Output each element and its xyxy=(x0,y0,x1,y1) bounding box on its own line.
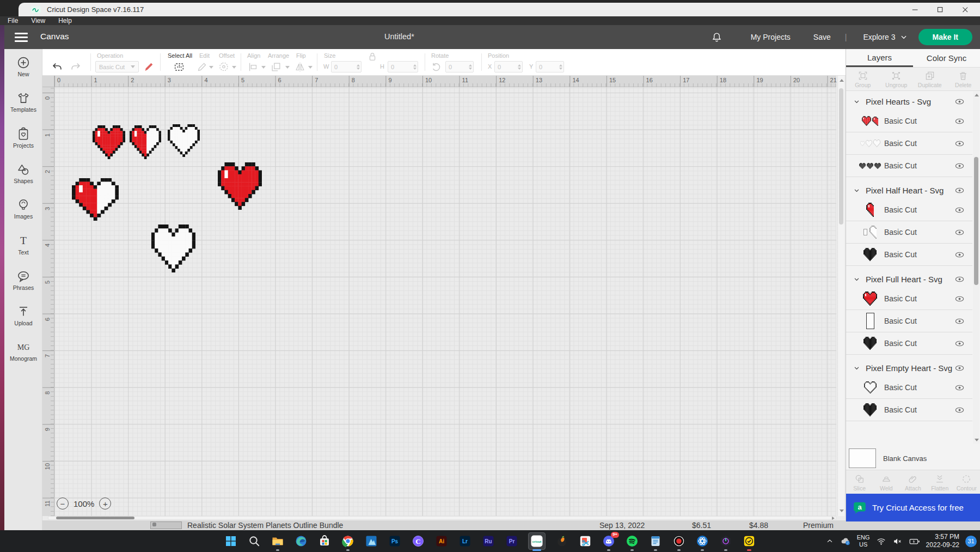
affinity-designer-icon[interactable] xyxy=(364,534,378,548)
height-stepper[interactable] xyxy=(413,64,416,70)
canvas-vertical-scrollbar[interactable] xyxy=(837,75,844,516)
layer-visibility-icon[interactable] xyxy=(954,294,965,304)
notifications-bell-icon[interactable] xyxy=(711,32,722,43)
chrome-icon[interactable] xyxy=(341,534,355,548)
y-stepper[interactable] xyxy=(559,64,562,70)
sidebar-item-upload[interactable]: Upload xyxy=(4,305,42,326)
make-it-button[interactable]: Make It xyxy=(918,29,972,45)
layer-row[interactable]: Basic Cut xyxy=(846,399,972,421)
layer-row[interactable]: Basic Cut xyxy=(846,110,972,132)
layer-row[interactable]: Basic Cut xyxy=(846,377,972,399)
tray-overflow-icon[interactable] xyxy=(825,537,834,545)
sidebar-item-projects[interactable]: Projects xyxy=(4,127,42,149)
wifi-icon[interactable] xyxy=(876,536,886,547)
premiere-pro-icon[interactable]: Pr xyxy=(505,534,519,548)
operation-dropdown[interactable]: Basic Cut xyxy=(95,61,139,72)
cricut-access-banner[interactable]: a Try Cricut Access for free xyxy=(846,494,980,521)
color-swatch-pencil-icon[interactable] xyxy=(143,61,155,73)
v-scroll-thumb[interactable] xyxy=(839,88,843,225)
layer-group-header[interactable]: Pixel Full Heart - Svg xyxy=(846,271,972,288)
science-app-icon[interactable] xyxy=(695,534,709,548)
volume-muted-icon[interactable] xyxy=(892,536,903,547)
sidebar-item-new[interactable]: New xyxy=(4,56,42,77)
layer-row[interactable]: Basic Cut xyxy=(846,244,972,266)
fl-studio-icon[interactable] xyxy=(555,534,569,548)
panel-scrollbar[interactable] xyxy=(973,92,979,444)
blank-canvas-row[interactable]: Blank Canvas xyxy=(846,447,980,470)
save-link[interactable]: Save xyxy=(813,33,831,41)
photoshop-icon[interactable]: Ps xyxy=(388,534,402,548)
close-button[interactable] xyxy=(953,3,978,16)
flatten-button[interactable]: Flatten xyxy=(927,470,953,494)
sidebar-item-shapes[interactable]: Shapes xyxy=(4,162,42,184)
chevron-down-icon[interactable] xyxy=(853,98,861,106)
sidebar-item-text[interactable]: TText xyxy=(4,234,42,256)
layer-visibility-icon[interactable] xyxy=(954,338,965,349)
layer-visibility-icon[interactable] xyxy=(954,185,965,196)
spotify-icon[interactable] xyxy=(625,534,639,548)
canvas-grid[interactable] xyxy=(54,87,836,516)
undo-button[interactable] xyxy=(51,61,63,73)
slice-button[interactable]: Slice xyxy=(846,470,873,494)
machine-selector[interactable]: Explore 3 xyxy=(863,33,895,41)
ungroup-button[interactable]: Ungroup xyxy=(880,68,914,90)
illustrator-icon[interactable]: Ai xyxy=(434,534,449,548)
chevron-down-icon[interactable] xyxy=(853,364,861,372)
video-editor-icon[interactable] xyxy=(578,534,592,548)
sidebar-item-phrases[interactable]: Phrases xyxy=(4,269,42,291)
menu-help[interactable]: Help xyxy=(58,17,72,25)
minimize-button[interactable] xyxy=(903,3,928,16)
layer-visibility-icon[interactable] xyxy=(954,161,965,171)
layer-group-header[interactable]: Pixel Half Heart - Svg xyxy=(846,182,972,199)
attach-button[interactable]: Attach xyxy=(899,470,926,494)
layer-visibility-icon[interactable] xyxy=(954,96,965,107)
sidebar-item-images[interactable]: Images xyxy=(4,198,42,220)
layer-row[interactable]: Basic Cut xyxy=(846,310,972,332)
chevron-down-icon[interactable] xyxy=(899,32,909,42)
layer-visibility-icon[interactable] xyxy=(954,383,965,393)
layer-row[interactable]: Basic Cut xyxy=(846,155,972,177)
menu-view[interactable]: View xyxy=(31,17,45,25)
zoom-in-button[interactable]: + xyxy=(99,498,111,509)
layer-visibility-icon[interactable] xyxy=(954,274,965,284)
layer-row[interactable]: Basic Cut xyxy=(846,199,972,221)
todo-app-icon[interactable] xyxy=(742,534,756,548)
canvas-horizontal-scrollbar[interactable] xyxy=(48,516,836,520)
utility-app-icon[interactable] xyxy=(719,534,733,548)
canvas-heart-half[interactable] xyxy=(130,125,161,161)
battery-icon[interactable] xyxy=(909,536,920,547)
taskbar-clock[interactable]: 3:57 PM 2022-09-22 xyxy=(926,533,959,549)
layer-row[interactable]: Basic Cut xyxy=(846,332,972,355)
layer-visibility-icon[interactable] xyxy=(954,405,965,415)
search-button[interactable] xyxy=(247,534,261,548)
canvas-nav-label[interactable]: Canvas xyxy=(40,32,69,41)
start-button[interactable] xyxy=(224,534,238,548)
tab-layers[interactable]: Layers xyxy=(846,49,913,67)
layer-group-header[interactable]: Pixel Hearts - Svg xyxy=(846,93,972,110)
layer-visibility-icon[interactable] xyxy=(954,363,965,373)
layer-row[interactable]: Basic Cut xyxy=(846,132,972,155)
screen-recorder-icon[interactable] xyxy=(672,534,686,548)
layer-row[interactable]: Basic Cut xyxy=(846,221,972,244)
file-explorer-icon[interactable] xyxy=(271,534,285,548)
layer-visibility-icon[interactable] xyxy=(954,205,965,215)
select-all-icon[interactable] xyxy=(173,61,185,73)
layer-group-header[interactable]: Pixel Empty Heart - Svg xyxy=(846,360,972,377)
sidebar-item-templates[interactable]: Templates xyxy=(4,91,42,113)
canvas-heart-empty[interactable] xyxy=(151,225,195,275)
canvas-heart-full[interactable] xyxy=(93,125,125,161)
zoom-out-button[interactable]: − xyxy=(57,498,69,509)
document-title[interactable]: Untitled* xyxy=(384,32,414,41)
my-projects-link[interactable]: My Projects xyxy=(751,33,791,41)
circle-app-icon[interactable]: C xyxy=(411,534,425,548)
discord-icon[interactable]: 9+ xyxy=(602,534,616,548)
cricut-design-space-icon[interactable]: cricut xyxy=(528,532,546,550)
duplicate-button[interactable]: Duplicate xyxy=(913,68,947,90)
chevron-down-icon[interactable] xyxy=(853,275,861,283)
contour-button[interactable]: Contour xyxy=(953,470,980,494)
delete-button[interactable]: Delete xyxy=(947,68,980,90)
redo-button[interactable] xyxy=(70,61,82,73)
maximize-button[interactable] xyxy=(928,3,953,16)
layer-visibility-icon[interactable] xyxy=(954,250,965,260)
sidebar-item-monogram[interactable]: MGMonogram xyxy=(4,340,42,362)
